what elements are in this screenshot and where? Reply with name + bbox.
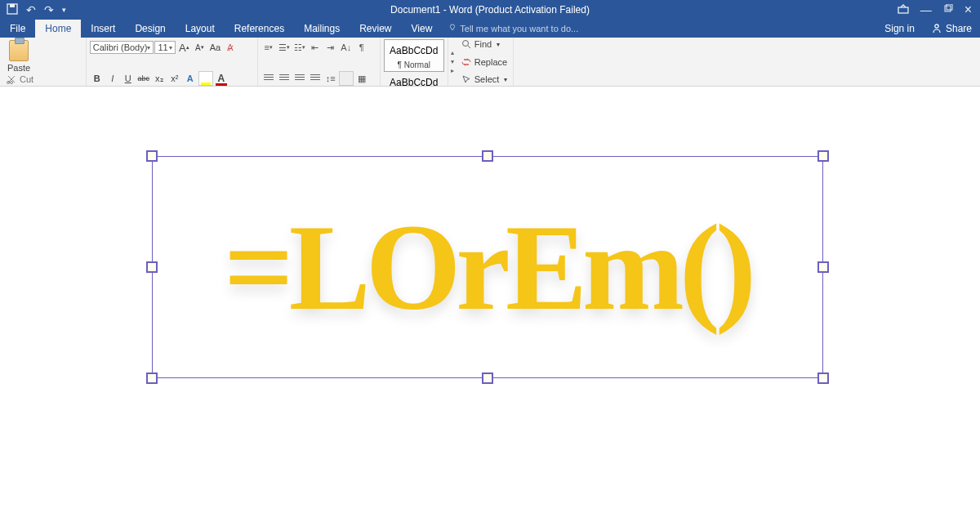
highlight-button[interactable] bbox=[198, 71, 213, 86]
handle-top-right[interactable] bbox=[817, 150, 829, 162]
font-color-button[interactable]: A bbox=[214, 71, 229, 86]
font-size[interactable]: 11▾ bbox=[154, 41, 176, 54]
tab-references[interactable]: References bbox=[225, 20, 294, 38]
borders-button[interactable]: ▦ bbox=[354, 71, 369, 86]
underline-button[interactable]: U bbox=[121, 71, 136, 86]
qat-more-icon[interactable]: ▾ bbox=[62, 6, 66, 14]
change-case[interactable]: Aa bbox=[207, 40, 222, 55]
align-left[interactable] bbox=[261, 71, 276, 86]
ribbon-tabs: File Home Insert Design Layout Reference… bbox=[0, 20, 980, 38]
handle-top-left[interactable] bbox=[146, 150, 158, 162]
strike-button[interactable]: abc bbox=[136, 71, 151, 86]
close-icon[interactable]: × bbox=[964, 2, 972, 17]
shading-button[interactable] bbox=[339, 71, 354, 86]
line-spacing[interactable]: ↕≡ bbox=[323, 71, 338, 86]
handle-bot-right[interactable] bbox=[817, 372, 829, 384]
select-button[interactable]: Select▾ bbox=[461, 74, 508, 84]
bold-button[interactable]: B bbox=[90, 71, 105, 86]
document-area[interactable]: =LOrEm() bbox=[0, 87, 980, 513]
justify[interactable] bbox=[308, 71, 323, 86]
subscript-button[interactable]: x₂ bbox=[152, 71, 167, 86]
svg-rect-2 bbox=[898, 7, 908, 13]
replace-button[interactable]: Replace bbox=[461, 57, 508, 67]
selection-box[interactable]: =LOrEm() bbox=[152, 156, 823, 378]
tab-layout[interactable]: Layout bbox=[176, 20, 225, 38]
minimize-icon[interactable]: — bbox=[920, 3, 932, 16]
sort-button[interactable]: A↓ bbox=[339, 40, 354, 55]
align-right[interactable] bbox=[292, 71, 307, 86]
multilevel-button[interactable]: ☷▾ bbox=[292, 40, 307, 55]
tab-mailings[interactable]: Mailings bbox=[294, 20, 350, 38]
numbering-button[interactable]: ☰▾ bbox=[277, 40, 292, 55]
svg-rect-4 bbox=[947, 4, 952, 10]
redo-icon[interactable]: ↷ bbox=[44, 3, 54, 16]
svg-rect-1 bbox=[10, 4, 15, 7]
title-bar: ↶ ↷ ▾ Document1 - Word (Product Activati… bbox=[0, 0, 980, 20]
align-center[interactable] bbox=[277, 71, 292, 86]
handle-mid-left[interactable] bbox=[146, 261, 158, 273]
tab-insert[interactable]: Insert bbox=[81, 20, 125, 38]
show-marks[interactable]: ¶ bbox=[354, 40, 369, 55]
tab-view[interactable]: View bbox=[402, 20, 443, 38]
tab-design[interactable]: Design bbox=[125, 20, 175, 38]
save-icon[interactable] bbox=[7, 3, 18, 16]
grow-font[interactable]: A▴ bbox=[176, 40, 191, 55]
find-button[interactable]: Find▾ bbox=[461, 39, 508, 49]
tab-review[interactable]: Review bbox=[350, 20, 401, 38]
undo-icon[interactable]: ↶ bbox=[26, 3, 36, 16]
shrink-font[interactable]: A▾ bbox=[192, 40, 207, 55]
svg-rect-3 bbox=[945, 6, 951, 11]
styles-gallery[interactable]: AaBbCcDd¶ NormalAaBbCcDd¶ No Spac...AaBb… bbox=[381, 38, 448, 86]
clear-format[interactable]: A̷ bbox=[223, 40, 238, 55]
handle-bot-left[interactable] bbox=[146, 372, 158, 384]
text-effects[interactable]: A bbox=[183, 71, 198, 86]
paste-icon bbox=[9, 40, 29, 61]
styles-more[interactable]: ▴▾▸ bbox=[448, 38, 457, 86]
decrease-indent[interactable]: ⇤ bbox=[308, 40, 323, 55]
svg-point-7 bbox=[11, 82, 13, 84]
window-title: Document1 - Word (Product Activation Fai… bbox=[390, 4, 590, 16]
tab-file[interactable]: File bbox=[0, 20, 35, 38]
svg-point-5 bbox=[935, 25, 938, 28]
superscript-button[interactable]: x² bbox=[167, 71, 182, 86]
lorem-text[interactable]: =LOrEm() bbox=[224, 197, 751, 337]
sign-in[interactable]: Sign in bbox=[876, 23, 923, 34]
ribbon: Paste Cut Copy Format Painter Calibri (B… bbox=[0, 38, 980, 87]
share-button[interactable]: Share bbox=[923, 23, 980, 34]
cut-button[interactable]: Cut bbox=[7, 74, 79, 84]
bullets-button[interactable]: ≡▾ bbox=[261, 40, 276, 55]
handle-top-mid[interactable] bbox=[482, 150, 493, 162]
tell-me[interactable]: Tell me what you want to do... bbox=[442, 24, 578, 33]
increase-indent[interactable]: ⇥ bbox=[323, 40, 338, 55]
tab-home[interactable]: Home bbox=[35, 20, 81, 38]
paste-button[interactable]: Paste bbox=[3, 40, 34, 73]
svg-point-12 bbox=[462, 41, 468, 47]
handle-mid-right[interactable] bbox=[817, 261, 829, 273]
italic-button[interactable]: I bbox=[105, 71, 120, 86]
ribbon-options-icon[interactable] bbox=[898, 3, 909, 16]
handle-bot-mid[interactable] bbox=[482, 372, 493, 384]
style--normal[interactable]: AaBbCcDd¶ Normal bbox=[384, 39, 444, 72]
restore-icon[interactable] bbox=[943, 3, 953, 16]
font-name[interactable]: Calibri (Body)▾ bbox=[90, 41, 154, 54]
